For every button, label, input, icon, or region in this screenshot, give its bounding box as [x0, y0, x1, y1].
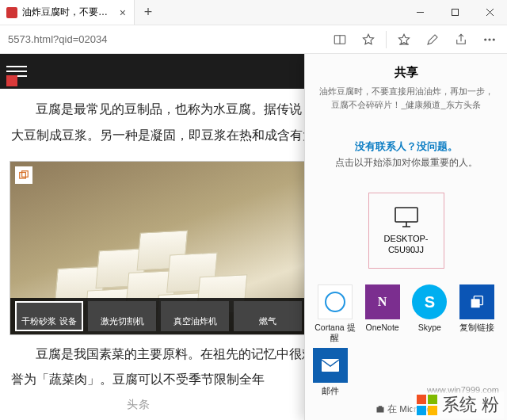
toolbar-separator	[386, 31, 387, 48]
minimize-button[interactable]	[402, 0, 437, 25]
share-icon[interactable]	[448, 27, 474, 52]
svg-rect-0	[452, 10, 458, 16]
url-text[interactable]: 5573.html?qid=02034	[5, 33, 324, 45]
close-tab-icon[interactable]: ×	[118, 6, 128, 19]
svg-rect-5	[20, 173, 26, 179]
hamburger-menu-icon[interactable]	[6, 61, 27, 82]
ad-thumb[interactable]: 干粉砂浆 设备	[15, 301, 83, 331]
share-subtitle: 油炸豆腐时，不要直接用油油炸，再加一步，豆腐不会碎碎片！_健康频道_东方头条	[316, 85, 496, 111]
tab-title: 油炸豆腐时，不要直接	[22, 6, 113, 19]
favorite-star-icon[interactable]	[356, 27, 381, 52]
notes-icon[interactable]	[420, 27, 445, 52]
watermark-brand: 系统粉	[412, 391, 504, 418]
svg-rect-10	[322, 359, 339, 372]
skype-icon: S	[412, 284, 447, 319]
maximize-button[interactable]	[437, 0, 472, 25]
new-tab-button[interactable]: +	[135, 0, 162, 25]
no-contacts-sub: 点击以开始添加对你最重要的人。	[319, 157, 493, 169]
device-name: DESKTOP-C5U90JJ	[383, 234, 428, 256]
store-icon	[375, 404, 385, 414]
svg-point-2	[485, 38, 486, 40]
overlay-watermark-text: 头条	[127, 398, 151, 412]
address-bar: 5573.html?qid=02034	[0, 25, 507, 54]
logo-mark	[6, 75, 17, 86]
mail-icon	[313, 348, 348, 383]
share-apps-row: Cortana 提醒 N OneNote S Skype 复制链接	[305, 273, 507, 342]
favorites-hub-icon[interactable]	[391, 27, 417, 52]
ad-thumb[interactable]: 真空油炸机	[161, 301, 229, 331]
no-contacts-heading: 没有联系人？没问题。	[319, 139, 493, 154]
more-icon[interactable]	[477, 27, 502, 52]
svg-rect-8	[471, 299, 480, 307]
share-title: 共享	[316, 65, 496, 80]
nearby-device[interactable]: DESKTOP-C5U90JJ	[368, 193, 444, 269]
close-window-button[interactable]	[472, 0, 507, 25]
desktop-icon	[393, 205, 420, 229]
onenote-icon: N	[365, 284, 400, 319]
share-app-onenote[interactable]: N OneNote	[360, 284, 405, 342]
share-app-skype[interactable]: S Skype	[408, 284, 452, 342]
window-titlebar: 油炸豆腐时，不要直接 × +	[0, 0, 507, 25]
cortana-icon	[318, 284, 353, 319]
webpage-content: XR发售无人排队 豆腐是最常见的豆制品，也称为水豆腐。据传说，它是汉代淮产过程是…	[0, 54, 507, 420]
gallery-icon[interactable]	[15, 166, 32, 184]
ad-thumb[interactable]: 燃气	[234, 301, 302, 331]
ad-thumb[interactable]: 激光切割机	[88, 301, 156, 331]
svg-point-4	[493, 38, 494, 40]
share-contacts-section[interactable]: 没有联系人？没问题。 点击以开始添加对你最重要的人。	[305, 119, 507, 178]
svg-point-3	[489, 38, 490, 40]
microsoft-logo-icon	[417, 395, 437, 415]
favicon	[6, 7, 17, 18]
share-app-cortana[interactable]: Cortana 提醒	[313, 284, 357, 342]
svg-rect-6	[22, 171, 29, 178]
reading-view-icon[interactable]	[327, 27, 353, 52]
share-app-copylink[interactable]: 复制链接	[455, 284, 499, 342]
browser-tab[interactable]: 油炸豆腐时，不要直接 ×	[0, 0, 135, 25]
share-app-mail[interactable]: 邮件	[313, 348, 348, 405]
copy-link-icon	[459, 284, 494, 319]
share-panel: 共享 油炸豆腐时，不要直接用油油炸，再加一步，豆腐不会碎碎片！_健康频道_东方头…	[304, 54, 507, 420]
svg-rect-7	[395, 208, 417, 222]
